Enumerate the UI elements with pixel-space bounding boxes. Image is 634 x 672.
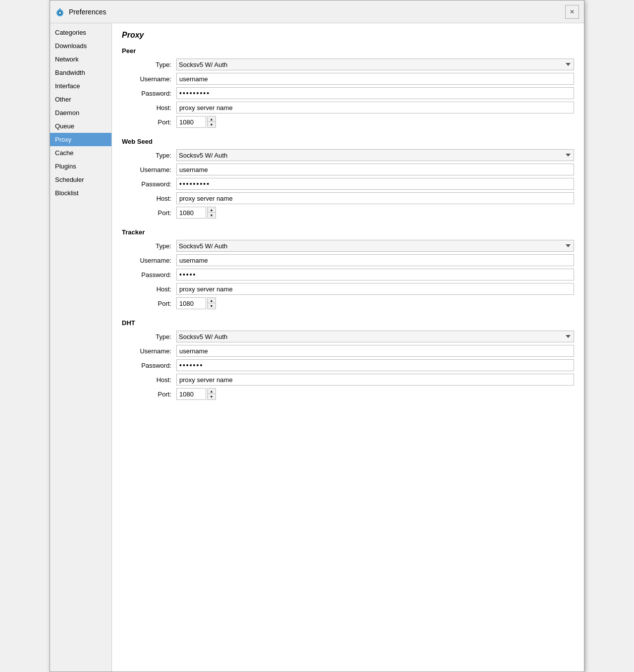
tracker-form: Type: None Socksv4 Socksv5 Socksv5 W/ Au… (129, 240, 574, 309)
webseed-form: Type: None Socksv4 Socksv5 Socksv5 W/ Au… (129, 149, 574, 219)
peer-form: Type: None Socksv4 Socksv5 Socksv5 W/ Au… (129, 58, 574, 128)
webseed-host-label: Host: (129, 195, 174, 202)
titlebar: Preferences ✕ (50, 0, 584, 23)
webseed-port-up[interactable]: ▲ (208, 207, 215, 213)
webseed-type-label: Type: (129, 152, 174, 159)
peer-username-input[interactable] (176, 73, 574, 85)
sidebar-item-plugins[interactable]: Plugins (50, 160, 111, 173)
webseed-section: Web Seed Type: None Socksv4 Socksv5 Sock… (122, 138, 574, 219)
svg-marker-1 (58, 8, 62, 11)
tracker-type-label: Type: (129, 242, 174, 250)
tracker-password-input[interactable] (176, 269, 574, 280)
webseed-username-label: Username: (129, 166, 174, 173)
sidebar-item-other[interactable]: Other (50, 93, 111, 106)
peer-port-input[interactable] (176, 116, 206, 128)
content-area: Proxy Peer Type: None Socksv4 Socksv5 So… (112, 23, 584, 672)
sidebar-item-categories[interactable]: Categories (50, 26, 111, 39)
webseed-port-label: Port: (129, 209, 174, 217)
tracker-port-label: Port: (129, 300, 174, 307)
dht-type-label: Type: (129, 333, 174, 340)
tracker-type-select[interactable]: None Socksv4 Socksv5 Socksv5 W/ Auth HTT… (176, 240, 574, 252)
dht-port-container: ▲ ▼ (176, 388, 574, 400)
webseed-port-container: ▲ ▼ (176, 207, 574, 219)
dht-port-label: Port: (129, 391, 174, 398)
dht-host-label: Host: (129, 376, 174, 384)
svg-point-3 (59, 12, 61, 14)
dht-type-select[interactable]: None Socksv4 Socksv5 Socksv5 W/ Auth HTT… (176, 331, 574, 342)
sidebar-item-interface[interactable]: Interface (50, 79, 111, 93)
sidebar-item-network[interactable]: Network (50, 53, 111, 66)
dht-section-title: DHT (122, 319, 574, 327)
peer-type-select[interactable]: None Socksv4 Socksv5 Socksv5 W/ Auth HTT… (176, 58, 574, 70)
tracker-section: Tracker Type: None Socksv4 Socksv5 Socks… (122, 228, 574, 309)
tracker-host-input[interactable] (176, 283, 574, 295)
dht-form: Type: None Socksv4 Socksv5 Socksv5 W/ Au… (129, 331, 574, 400)
webseed-host-input[interactable] (176, 192, 574, 204)
peer-port-up[interactable]: ▲ (208, 116, 215, 122)
dht-port-input[interactable] (176, 388, 206, 400)
sidebar-item-daemon[interactable]: Daemon (50, 106, 111, 119)
tracker-port-up[interactable]: ▲ (208, 298, 215, 303)
sidebar-item-queue[interactable]: Queue (50, 119, 111, 133)
dht-password-input[interactable] (176, 359, 574, 371)
sidebar-item-scheduler[interactable]: Scheduler (50, 173, 111, 186)
webseed-type-select[interactable]: None Socksv4 Socksv5 Socksv5 W/ Auth HTT… (176, 149, 574, 161)
titlebar-left: Preferences (55, 7, 106, 17)
close-button[interactable]: ✕ (565, 5, 579, 19)
peer-port-container: ▲ ▼ (176, 116, 574, 128)
peer-type-label: Type: (129, 61, 174, 68)
peer-port-spinner: ▲ ▼ (207, 116, 216, 128)
tracker-section-title: Tracker (122, 228, 574, 236)
preferences-window: Preferences ✕ Categories Downloads Netwo… (50, 0, 584, 672)
tracker-username-input[interactable] (176, 254, 574, 266)
peer-username-label: Username: (129, 75, 174, 83)
main-content: Categories Downloads Network Bandwidth I… (50, 23, 584, 672)
peer-port-label: Port: (129, 118, 174, 126)
tracker-host-label: Host: (129, 285, 174, 293)
dht-username-label: Username: (129, 347, 174, 355)
tracker-port-input[interactable] (176, 297, 206, 309)
dht-password-label: Password: (129, 362, 174, 369)
webseed-password-input[interactable] (176, 178, 574, 190)
webseed-port-spinner: ▲ ▼ (207, 207, 216, 219)
peer-password-label: Password: (129, 90, 174, 97)
peer-section: Peer Type: None Socksv4 Socksv5 Socksv5 … (122, 47, 574, 128)
dht-section: DHT Type: None Socksv4 Socksv5 Socksv5 W… (122, 319, 574, 400)
tracker-password-label: Password: (129, 271, 174, 279)
window-title: Preferences (69, 8, 106, 16)
webseed-section-title: Web Seed (122, 138, 574, 145)
sidebar-item-cache[interactable]: Cache (50, 146, 111, 160)
app-icon (55, 7, 65, 17)
dht-host-input[interactable] (176, 374, 574, 386)
tracker-port-spinner: ▲ ▼ (207, 297, 216, 309)
sidebar-item-blocklist[interactable]: Blocklist (50, 186, 111, 200)
tracker-port-down[interactable]: ▼ (208, 303, 215, 309)
webseed-username-input[interactable] (176, 164, 574, 175)
webseed-port-down[interactable]: ▼ (208, 213, 215, 218)
peer-port-down[interactable]: ▼ (208, 122, 215, 127)
peer-host-label: Host: (129, 104, 174, 112)
tracker-username-label: Username: (129, 257, 174, 264)
sidebar-item-bandwidth[interactable]: Bandwidth (50, 66, 111, 79)
page-title: Proxy (122, 31, 574, 40)
peer-host-input[interactable] (176, 102, 574, 113)
peer-section-title: Peer (122, 47, 574, 55)
sidebar-item-proxy[interactable]: Proxy (50, 133, 111, 146)
dht-port-down[interactable]: ▼ (208, 394, 215, 399)
peer-password-input[interactable] (176, 87, 574, 99)
dht-port-spinner: ▲ ▼ (207, 388, 216, 400)
tracker-port-container: ▲ ▼ (176, 297, 574, 309)
sidebar: Categories Downloads Network Bandwidth I… (50, 23, 112, 672)
sidebar-item-downloads[interactable]: Downloads (50, 39, 111, 53)
dht-port-up[interactable]: ▲ (208, 389, 215, 394)
dht-username-input[interactable] (176, 345, 574, 357)
webseed-port-input[interactable] (176, 207, 206, 219)
webseed-password-label: Password: (129, 180, 174, 188)
